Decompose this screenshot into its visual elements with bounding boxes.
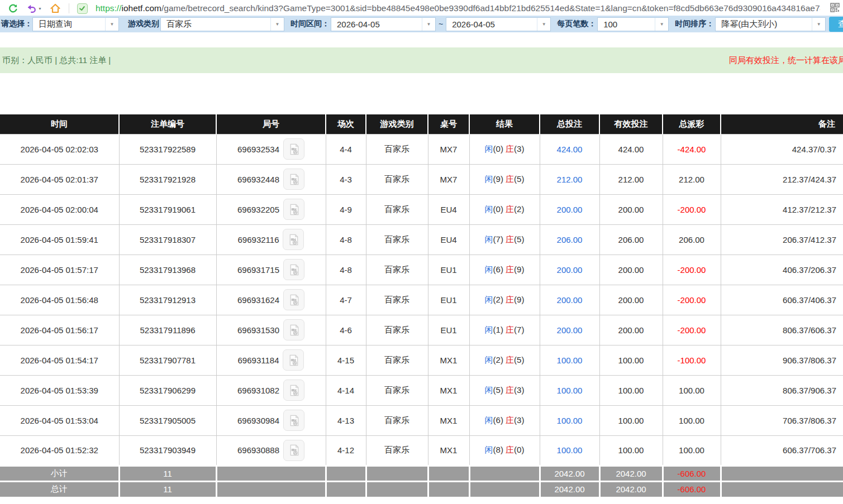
date-query-select[interactable]: 日期查询 ▼ bbox=[32, 17, 119, 31]
cell-result: 闲(6) 庄(9) bbox=[469, 255, 540, 285]
table-row: 2026-04-05 01:56:17 523317911896 6969315… bbox=[0, 315, 843, 345]
cell-session: 4-3 bbox=[326, 164, 366, 194]
total-valid-bet: 2042.00 bbox=[599, 481, 663, 497]
bet-records-table: 时间 注单编号 局号 场次 游戏类别 桌号 结果 总投注 有效投注 总派彩 备注… bbox=[0, 114, 843, 497]
total-bet-link[interactable]: 206.00 bbox=[557, 235, 583, 244]
cell-result: 闲(6) 庄(3) bbox=[469, 405, 540, 435]
subtotal-valid-bet: 2042.00 bbox=[599, 465, 663, 481]
cell-remark: 406.37/206.37 bbox=[721, 255, 843, 285]
chevron-down-icon[interactable]: ▼ bbox=[655, 18, 668, 31]
cell-payout: 212.00 bbox=[663, 164, 721, 194]
filter-bar: 请选择： 日期查询 ▼ 游戏类别 百家乐 ▼ 时间区间： 2026-04-05 … bbox=[0, 16, 843, 32]
cell-result: 闲(8) 庄(0) bbox=[469, 435, 540, 465]
cell-session: 4-6 bbox=[326, 315, 366, 345]
total-bet-link[interactable]: 200.00 bbox=[557, 325, 583, 335]
cell-time: 2026-04-05 01:52:32 bbox=[0, 435, 119, 465]
cell-round-id: 696932116 bbox=[216, 224, 326, 255]
home-icon[interactable] bbox=[50, 3, 61, 14]
cell-payout: -200.00 bbox=[663, 285, 721, 315]
chevron-down-icon[interactable]: ▼ bbox=[270, 18, 284, 31]
query-type-label: 请选择： bbox=[1, 19, 32, 29]
video-replay-button[interactable] bbox=[283, 138, 304, 160]
video-replay-button[interactable] bbox=[283, 199, 304, 220]
chevron-down-icon[interactable]: ▼ bbox=[422, 18, 435, 31]
cell-round-id: 696931184 bbox=[216, 345, 326, 375]
video-replay-button[interactable] bbox=[283, 410, 304, 431]
video-replay-button[interactable] bbox=[283, 229, 304, 250]
total-bet-link[interactable]: 100.00 bbox=[557, 445, 583, 455]
col-header-valid-bet: 有效投注 bbox=[599, 114, 663, 134]
video-replay-button[interactable] bbox=[283, 380, 304, 401]
cell-payout: -424.00 bbox=[663, 134, 721, 164]
currency-total-text: 币别：人民币 | 总共:11 注单 | bbox=[2, 55, 111, 66]
video-replay-button[interactable] bbox=[283, 289, 304, 310]
qr-code-icon[interactable] bbox=[830, 3, 840, 15]
cell-round-id: 696932448 bbox=[216, 164, 326, 194]
cell-bet-id: 523317903949 bbox=[119, 435, 216, 465]
time-range-label: 时间区间： bbox=[290, 19, 330, 29]
cell-game-type: 百家乐 bbox=[366, 375, 428, 405]
cell-payout: 206.00 bbox=[663, 224, 721, 255]
back-icon[interactable]: ▼ bbox=[26, 3, 42, 14]
date-from-select[interactable]: 2026-04-05 ▼ bbox=[331, 17, 436, 31]
subtotal-total-bet: 2042.00 bbox=[540, 465, 599, 481]
cell-payout: -200.00 bbox=[663, 255, 721, 285]
cell-remark: 206.37/412.37 bbox=[721, 224, 843, 255]
col-header-time: 时间 bbox=[0, 114, 119, 134]
col-header-round-id: 局号 bbox=[216, 114, 326, 134]
total-bet-link[interactable]: 200.00 bbox=[557, 295, 583, 305]
chevron-down-icon[interactable]: ▼ bbox=[537, 18, 550, 31]
cell-time: 2026-04-05 02:02:03 bbox=[0, 134, 119, 164]
refresh-icon[interactable] bbox=[8, 3, 18, 14]
cell-remark: 606.37/406.37 bbox=[721, 285, 843, 315]
address-bar[interactable]: https://iohetf.com/game/betrecord_search… bbox=[96, 3, 820, 13]
video-replay-button[interactable] bbox=[283, 169, 304, 190]
cell-remark: 606.37/706.37 bbox=[721, 435, 843, 465]
subtotal-count: 11 bbox=[119, 465, 216, 481]
total-bet-link[interactable]: 424.00 bbox=[557, 145, 583, 154]
browser-toolbar: ▼ https://iohetf.com/game/betrecord_sear… bbox=[0, 0, 843, 16]
search-button[interactable]: 查询 bbox=[829, 17, 843, 32]
total-bet-link[interactable]: 100.00 bbox=[557, 356, 583, 365]
total-bet-link[interactable]: 100.00 bbox=[557, 416, 583, 425]
page-size-label: 每页笔数： bbox=[557, 19, 596, 29]
cell-valid-bet: 424.00 bbox=[599, 134, 663, 164]
subtotal-label: 小计 bbox=[0, 465, 119, 481]
total-row: 总计 11 2042.00 2042.00 -606.00 bbox=[0, 481, 843, 497]
back-history-caret-icon[interactable]: ▼ bbox=[38, 7, 42, 11]
total-bet-link[interactable]: 200.00 bbox=[557, 265, 583, 275]
col-header-session: 场次 bbox=[326, 114, 366, 134]
video-replay-button[interactable] bbox=[283, 319, 304, 340]
cell-round-id: 696931624 bbox=[216, 285, 326, 315]
url-host: iohetf.com bbox=[121, 3, 161, 13]
cell-session: 4-8 bbox=[326, 255, 366, 285]
cell-game-type: 百家乐 bbox=[366, 435, 428, 465]
cell-table-no: MX7 bbox=[428, 164, 469, 194]
chevron-down-icon[interactable]: ▼ bbox=[105, 18, 118, 31]
chevron-down-icon[interactable]: ▼ bbox=[812, 18, 825, 31]
total-bet-link[interactable]: 200.00 bbox=[557, 205, 583, 214]
game-type-label: 游戏类别 bbox=[128, 19, 159, 29]
cell-game-type: 百家乐 bbox=[366, 345, 428, 375]
video-replay-button[interactable] bbox=[283, 440, 304, 461]
cell-valid-bet: 206.00 bbox=[599, 224, 663, 255]
cell-game-type: 百家乐 bbox=[366, 194, 428, 224]
video-replay-button[interactable] bbox=[283, 349, 304, 371]
video-replay-button[interactable] bbox=[283, 259, 304, 280]
sort-select[interactable]: 降幂(由大到小) ▼ bbox=[715, 17, 826, 31]
cell-payout: 100.00 bbox=[663, 375, 721, 405]
total-bet-link[interactable]: 100.00 bbox=[557, 386, 583, 395]
col-header-remark: 备注 bbox=[721, 114, 843, 134]
cell-time: 2026-04-05 01:54:17 bbox=[0, 345, 119, 375]
cell-result: 闲(5) 庄(3) bbox=[469, 375, 540, 405]
game-type-select[interactable]: 百家乐 ▼ bbox=[160, 17, 284, 31]
cell-bet-id: 523317913968 bbox=[119, 255, 216, 285]
date-to-select[interactable]: 2026-04-05 ▼ bbox=[446, 17, 551, 31]
cell-valid-bet: 100.00 bbox=[599, 375, 663, 405]
summary-bar: 币别：人民币 | 总共:11 注单 | 同局有效投注，统一计算在该局 bbox=[0, 47, 843, 73]
cell-time: 2026-04-05 01:57:17 bbox=[0, 255, 119, 285]
page-size-select[interactable]: 100 ▼ bbox=[597, 17, 669, 31]
cell-valid-bet: 212.00 bbox=[599, 164, 663, 194]
secure-shield-icon[interactable] bbox=[77, 3, 88, 14]
total-bet-link[interactable]: 212.00 bbox=[557, 175, 583, 184]
